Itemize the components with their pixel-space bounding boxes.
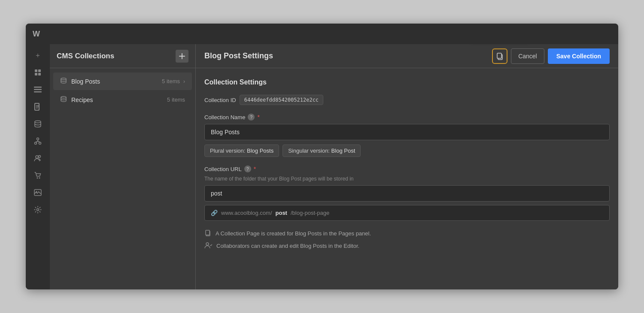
version-tags: Plural version: Blog Posts Singular vers… [204,144,610,157]
svg-point-11 [39,142,41,144]
icon-sidebar: ＋ [26,44,50,289]
users-icon[interactable] [30,150,46,166]
info-text-pages: A Collection Page is created for Blog Po… [216,230,371,237]
svg-point-28 [206,243,209,245]
info-item-collaborators: Collaborators can create and edit Blog P… [204,242,610,250]
top-bar: W [26,24,618,44]
url-slug: post [276,210,287,216]
svg-rect-3 [38,73,41,75]
settings-header: Blog Post Settings Duplicate Collection … [196,44,618,68]
required-asterisk: * [257,114,259,120]
info-list: A Collection Page is created for Blog Po… [204,229,610,250]
settings-panel: Blog Post Settings Duplicate Collection … [196,44,618,289]
svg-rect-2 [35,73,37,75]
collection-url-description: The name of the folder that your Blog Po… [204,176,610,182]
svg-rect-5 [34,89,42,90]
collection-name-input[interactable] [204,124,610,140]
settings-icon[interactable] [30,202,46,217]
save-collection-button[interactable]: Save Collection [548,48,610,64]
collection-name-blog-posts: Blog Posts [71,78,159,85]
section-title: Collection Settings [204,78,610,86]
plural-value: Blog Posts [247,147,273,154]
svg-point-18 [37,209,39,211]
add-collection-button[interactable] [176,50,188,63]
svg-point-9 [37,138,39,140]
collection-list: Blog Posts 5 items › Recipes 5 items [50,68,195,289]
collection-name-label: Collection Name ? * [204,114,610,120]
collection-name-help-icon[interactable]: ? [248,114,255,120]
svg-rect-0 [35,69,37,72]
url-suffix: /blog-post-page [291,210,329,216]
collection-count-blog-posts: 5 items [162,78,180,84]
url-prefix: www.acoolblog.com/ [221,210,272,216]
info-text-collaborators: Collaborators can create and edit Blog P… [216,243,359,249]
settings-panel-title: Blog Post Settings [204,51,273,60]
cms-icon[interactable] [30,116,46,132]
url-required-asterisk: * [254,166,256,172]
svg-point-23 [61,96,66,98]
collection-name-recipes: Recipes [71,96,164,103]
collaborators-info-icon [204,242,212,250]
assets-icon[interactable] [30,185,46,200]
add-icon[interactable]: ＋ [30,48,46,63]
collection-db-icon-2 [60,96,67,103]
collection-name-field: Collection Name ? * Plural version: Blog… [204,114,610,157]
plural-version-tag: Plural version: Blog Posts [204,144,279,157]
svg-point-12 [36,156,38,158]
collection-count-recipes: 5 items [167,96,185,103]
collection-id-label: Collection ID [204,97,236,103]
svg-rect-1 [38,69,41,72]
webflow-logo: W [33,30,40,39]
collection-url-field: Collection URL ? * The name of the folde… [204,166,610,221]
ecommerce-icon[interactable] [30,168,46,183]
collection-id-row: Collection ID 6446deefdd8542005212e2cc [204,95,610,105]
singular-version-tag: Singular version: Blog Post [283,144,361,157]
collections-header: CMS Collections [50,44,195,68]
info-item-pages: A Collection Page is created for Blog Po… [204,229,610,238]
link-icon: 🔗 [211,210,218,216]
layers-icon[interactable] [30,82,46,97]
pages-icon[interactable] [30,99,46,114]
app-window: W ＋ [26,24,618,289]
svg-point-8 [35,121,41,123]
svg-point-15 [39,178,40,179]
duplicate-info-icon [204,229,211,238]
cancel-button[interactable]: Cancel [511,48,544,64]
main-area: ＋ [26,44,618,289]
chevron-right-icon: › [183,78,185,84]
collections-title: CMS Collections [57,52,114,60]
header-actions: Duplicate Collection Cancel Save Collect… [492,48,610,64]
svg-point-10 [35,142,37,144]
svg-point-13 [39,156,41,158]
url-display: 🔗 www.acoolblog.com/post/blog-post-page [204,205,610,221]
svg-rect-27 [206,230,210,235]
logic-icon[interactable] [30,133,46,149]
collection-item-recipes[interactable]: Recipes 5 items [53,91,192,108]
singular-value: Blog Post [331,147,355,154]
components-icon[interactable] [30,65,46,80]
svg-rect-25 [497,53,501,58]
collection-url-input[interactable] [204,185,610,202]
collection-id-value: 6446deefdd8542005212e2cc [240,95,323,105]
collection-db-icon [60,78,67,85]
duplicate-collection-button[interactable]: Duplicate Collection [492,48,507,64]
settings-content: Collection Settings Collection ID 6446de… [196,68,618,289]
svg-rect-6 [34,91,42,93]
svg-rect-4 [34,87,42,88]
collections-sidebar: CMS Collections [50,44,196,289]
collection-item-blog-posts[interactable]: Blog Posts 5 items › [53,72,192,90]
svg-point-14 [37,178,38,179]
collection-url-help-icon[interactable]: ? [244,166,251,172]
svg-point-22 [61,78,66,80]
collection-url-label: Collection URL ? * [204,166,610,172]
